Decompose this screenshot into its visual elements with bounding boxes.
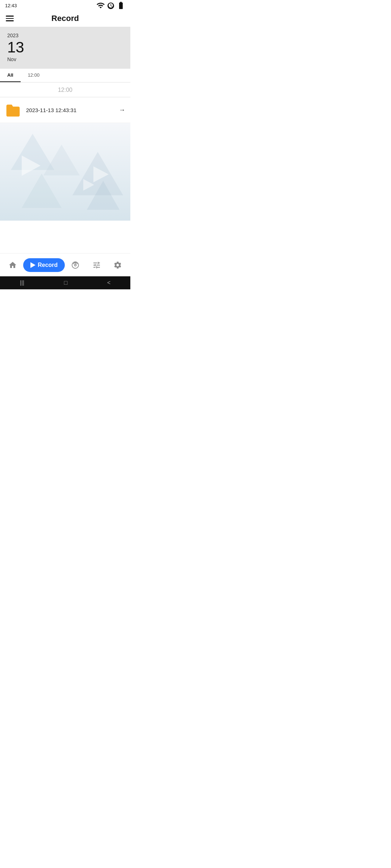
status-icons [96,1,125,10]
deco-play-small [83,179,94,191]
folder-icon [5,103,21,117]
nav-tune[interactable] [86,261,107,269]
record-button[interactable]: Record [23,258,65,272]
alarm-off-icon [106,1,115,10]
page-title: Record [51,14,79,23]
wifi-icon [96,1,105,10]
home-icon [8,261,17,269]
record-timestamp: 2023-11-13 12:43:31 [26,107,114,113]
battery-icon [117,1,125,10]
android-recent-btn[interactable]: ||| [20,280,24,286]
date-card: 2023 13 Nov [0,27,130,69]
date-year: 2023 [7,33,123,38]
record-item[interactable]: 2023-11-13 12:43:31 → [0,97,130,123]
svg-point-1 [75,264,76,266]
top-bar: Record [0,10,130,27]
record-play-icon [30,262,35,268]
tune-icon [92,261,101,269]
bg-decoration [0,123,130,221]
android-home-btn[interactable]: □ [64,280,68,286]
tab-all[interactable]: All [0,69,21,82]
tabs: All 12:00 [0,69,130,82]
tab-time[interactable]: 12:00 [21,69,47,82]
steering-icon [71,261,80,269]
status-time: 12:43 [5,3,17,8]
bottom-nav: Record [0,253,130,276]
record-button-label: Record [38,262,58,268]
menu-icon[interactable] [6,16,14,21]
date-month: Nov [7,56,123,62]
deco-play-large [22,156,41,176]
deco-tri-4 [22,174,62,208]
arrow-right-icon: → [119,106,125,114]
android-back-btn[interactable]: < [107,280,110,286]
status-bar: 12:43 [0,0,130,10]
settings-icon [113,261,122,269]
nav-home[interactable] [2,261,23,269]
android-nav: ||| □ < [0,276,130,289]
date-day: 13 [7,39,123,56]
time-section-label: 12:00 [0,82,130,97]
record-list: 2023-11-13 12:43:31 → [0,97,130,123]
nav-drive[interactable] [65,261,86,269]
nav-settings[interactable] [107,261,128,269]
deco-play-right [93,166,109,182]
